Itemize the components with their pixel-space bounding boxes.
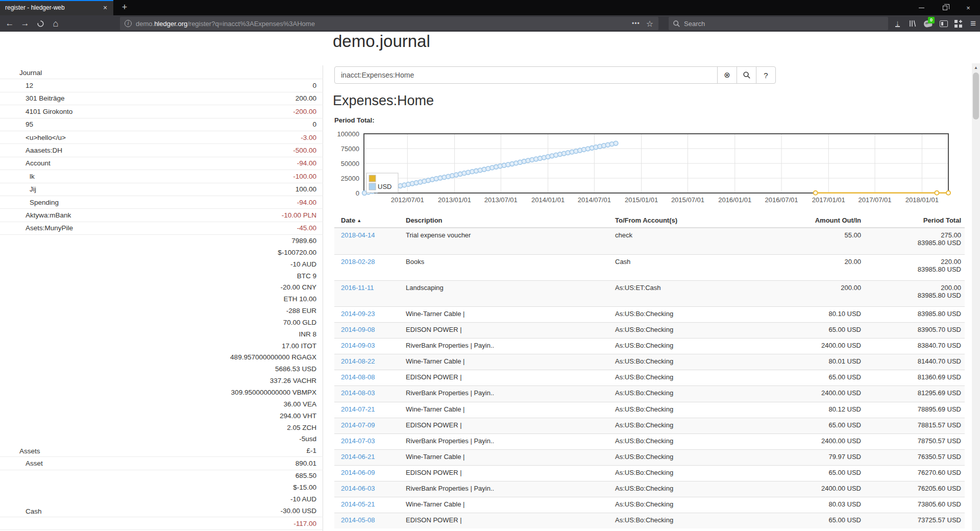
clear-query-button[interactable]: ⊗ xyxy=(717,66,737,84)
column-header-per[interactable]: Period Total xyxy=(868,213,965,227)
transaction-date-link[interactable]: 2014-07-09 xyxy=(341,421,375,429)
column-header-acct[interactable]: To/From Account(s) xyxy=(615,213,740,227)
extension-icon[interactable]: 0 xyxy=(920,15,935,32)
sidebar-account-link[interactable]: <u>hello</u> xyxy=(0,134,66,141)
column-header-date[interactable]: Date▲ xyxy=(341,213,406,227)
back-icon[interactable]: ← xyxy=(2,15,17,32)
transaction-row[interactable]: 2014-08-22Wine-Tarner Cable |As:US:Bo:Ch… xyxy=(334,354,965,370)
cell-amt: 2400.00 USD xyxy=(740,339,868,354)
transaction-date-link[interactable]: 2014-08-03 xyxy=(341,389,375,397)
column-header-amt[interactable]: Amount Out/In xyxy=(740,213,868,227)
cell-per: 73725.57 USD xyxy=(868,513,965,528)
sidebar-account-link[interactable]: Asset xyxy=(0,460,43,467)
cell-date: 2014-08-22 xyxy=(341,354,406,370)
minimize-button[interactable] xyxy=(910,0,933,15)
site-info-icon[interactable]: i xyxy=(125,20,132,27)
browser-search-field[interactable]: Search xyxy=(669,17,888,30)
new-tab-button[interactable]: + xyxy=(117,0,132,15)
sidebar-account-link[interactable]: 4101 Girokonto xyxy=(0,108,72,115)
transaction-date-link[interactable]: 2014-05-21 xyxy=(341,500,375,508)
sidebar-toggle-icon[interactable] xyxy=(936,15,951,32)
help-button[interactable]: ? xyxy=(756,66,776,84)
menu-icon[interactable]: ≡ xyxy=(966,15,980,32)
transaction-row[interactable]: 2014-07-09EDISON POWER |As:US:Bo:Checkin… xyxy=(334,418,965,433)
transaction-row[interactable]: 2014-09-03RiverBank Properties | Payin..… xyxy=(334,338,965,354)
sidebar-account-link[interactable]: Aktywa:mBank xyxy=(0,211,71,219)
forward-icon[interactable]: → xyxy=(17,15,33,32)
sidebar-account-row: -117.00 xyxy=(0,517,323,530)
transaction-date-link[interactable]: 2014-06-03 xyxy=(341,485,375,492)
sidebar-account-link[interactable]: Asets:MunyPile xyxy=(0,224,73,232)
transaction-row[interactable]: 2014-08-03RiverBank Properties | Payin..… xyxy=(334,385,965,401)
transaction-date-link[interactable]: 2014-09-03 xyxy=(341,342,375,349)
reload-icon[interactable] xyxy=(33,15,48,32)
transaction-row[interactable]: 2018-02-28BooksCash20.00220.0083985.80 U… xyxy=(334,254,965,280)
cell-desc: RiverBank Properties | Payin.. xyxy=(406,481,615,497)
balance-line: 17.00 ITOT xyxy=(282,340,316,352)
query-input[interactable] xyxy=(334,66,718,84)
transaction-row[interactable]: 2014-05-21Wine-Tarner Cable |As:US:Bo:Ch… xyxy=(334,497,965,513)
extensions-grid-icon[interactable] xyxy=(951,15,966,32)
transaction-row[interactable]: 2014-09-08EDISON POWER |As:US:Bo:Checkin… xyxy=(334,322,965,338)
period-total-line: 83985.80 USD xyxy=(868,310,961,318)
balance-line: 70.00 GLD xyxy=(283,317,316,328)
cell-desc: Landscaping xyxy=(406,281,615,306)
register-body: 2018-04-14Trial expense vouchercheck55.0… xyxy=(334,228,965,528)
transaction-date-link[interactable]: 2014-06-09 xyxy=(341,469,375,476)
transaction-date-link[interactable]: 2014-08-22 xyxy=(341,357,375,365)
sidebar-account-link[interactable]: lk xyxy=(0,173,35,180)
transaction-date-link[interactable]: 2018-04-14 xyxy=(341,231,375,239)
period-total-line: 220.00 xyxy=(868,258,961,266)
home-icon[interactable]: ⌂ xyxy=(48,15,63,32)
transaction-date-link[interactable]: 2014-05-08 xyxy=(341,516,375,524)
transaction-row[interactable]: 2014-06-21Wine-Tarner Cable |As:US:Bo:Ch… xyxy=(334,449,965,465)
sidebar-journal-link[interactable]: Journal xyxy=(0,69,42,77)
browser-tab[interactable]: register - hledger-web × xyxy=(0,0,113,15)
transaction-date-link[interactable]: 2014-09-08 xyxy=(341,326,375,333)
sidebar-account-link[interactable]: 301 Beiträge xyxy=(0,94,65,102)
page-actions-icon[interactable]: ••• xyxy=(632,20,640,27)
scrollbar-thumb[interactable] xyxy=(973,73,979,119)
transaction-row[interactable]: 2016-11-11LandscapingAs:US:ET:Cash200.00… xyxy=(334,280,965,306)
sidebar-account-link[interactable]: 12 xyxy=(0,82,33,89)
scroll-up-icon[interactable]: ▲ xyxy=(972,63,980,71)
column-header-desc[interactable]: Description xyxy=(406,213,615,227)
transaction-date-link[interactable]: 2014-06-21 xyxy=(341,453,375,461)
account-balance: 0 xyxy=(312,82,316,89)
transaction-date-link[interactable]: 2018-02-28 xyxy=(341,258,375,266)
close-button[interactable]: × xyxy=(957,0,980,15)
restore-button[interactable] xyxy=(933,0,957,15)
transaction-row[interactable]: 2014-06-09EDISON POWER |As:US:Bo:Checkin… xyxy=(334,465,965,481)
transaction-date-link[interactable]: 2014-08-08 xyxy=(341,373,375,381)
sidebar-account-link[interactable]: Aaasets:DH xyxy=(0,147,62,154)
sidebar-account-link[interactable]: Jij xyxy=(0,185,36,193)
transaction-row[interactable]: 2014-09-23Wine-Tarner Cable |As:US:Bo:Ch… xyxy=(334,306,965,322)
sidebar-account-link[interactable]: Cash xyxy=(0,508,42,517)
sidebar-account-link[interactable]: 95 xyxy=(0,120,33,128)
sidebar-account-link[interactable]: Account xyxy=(0,159,51,167)
page-scrollbar[interactable]: ▲ ▼ xyxy=(972,63,980,531)
transaction-date-link[interactable]: 2016-11-11 xyxy=(341,284,374,292)
transaction-date-link[interactable]: 2014-07-03 xyxy=(341,437,375,445)
cell-date: 2018-04-14 xyxy=(341,228,406,254)
url-bar[interactable]: i demo.hledger.org/register?q=inacct%3AE… xyxy=(120,17,658,30)
sidebar-account-row: Account-94.00 xyxy=(0,157,323,170)
sidebar-account-link[interactable]: Spending xyxy=(0,199,59,206)
cell-desc: EDISON POWER | xyxy=(406,418,615,433)
bookmark-star-icon[interactable]: ☆ xyxy=(646,19,653,29)
transaction-date-link[interactable]: 2014-07-21 xyxy=(341,405,375,413)
cell-per: 76350.57 USD xyxy=(868,450,965,465)
tab-close-icon[interactable]: × xyxy=(100,1,110,15)
transaction-row[interactable]: 2014-05-08EDISON POWER |As:US:Bo:Checkin… xyxy=(334,513,965,528)
transaction-row[interactable]: 2014-08-08EDISON POWER |As:US:Bo:Checkin… xyxy=(334,370,965,385)
transaction-row[interactable]: 2018-04-14Trial expense vouchercheck55.0… xyxy=(334,228,965,254)
balance-line: 685.50 xyxy=(296,470,316,482)
library-icon[interactable] xyxy=(905,15,920,32)
downloads-icon[interactable]: ↓ xyxy=(890,15,905,32)
transaction-row[interactable]: 2014-07-21Wine-Tarner Cable |As:US:Bo:Ch… xyxy=(334,402,965,418)
transaction-row[interactable]: 2014-06-03RiverBank Properties | Payin..… xyxy=(334,481,965,497)
submit-search-button[interactable] xyxy=(737,66,756,84)
transaction-date-link[interactable]: 2014-09-23 xyxy=(341,310,375,318)
sidebar-account-link[interactable]: Assets xyxy=(0,447,40,456)
transaction-row[interactable]: 2014-07-03RiverBank Properties | Payin..… xyxy=(334,433,965,449)
